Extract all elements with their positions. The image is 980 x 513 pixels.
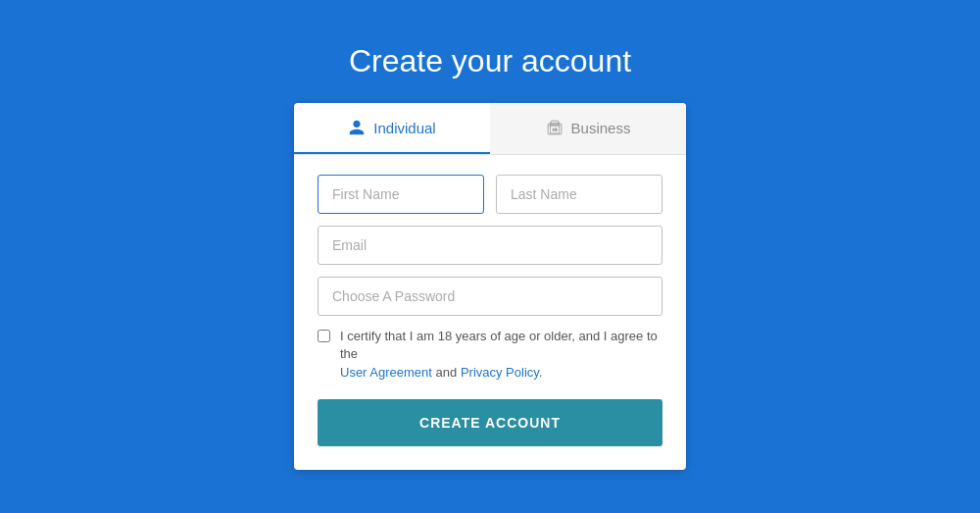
tab-individual[interactable]: Individual: [294, 103, 490, 154]
email-input[interactable]: [318, 226, 662, 265]
terms-checkbox[interactable]: [318, 330, 330, 342]
email-row: [318, 226, 662, 265]
tab-business[interactable]: Business: [490, 103, 686, 154]
create-account-button[interactable]: CREATE ACCOUNT: [318, 399, 662, 446]
tab-business-label: Business: [571, 120, 631, 136]
page-title: Create your account: [349, 43, 631, 79]
last-name-input[interactable]: [496, 175, 662, 214]
person-icon: [348, 119, 366, 136]
name-row: [318, 175, 662, 214]
password-row: [318, 277, 662, 316]
first-name-input[interactable]: [318, 175, 484, 214]
svg-rect-1: [552, 128, 554, 131]
svg-rect-2: [555, 128, 557, 131]
business-icon: [546, 119, 564, 136]
terms-row: I certify that I am 18 years of age or o…: [318, 328, 662, 382]
form-body: I certify that I am 18 years of age or o…: [294, 155, 686, 470]
tab-individual-label: Individual: [373, 120, 435, 136]
password-input[interactable]: [318, 277, 662, 316]
terms-text: I certify that I am 18 years of age or o…: [340, 328, 662, 382]
user-agreement-link[interactable]: User Agreement: [340, 365, 432, 380]
privacy-policy-link[interactable]: Privacy Policy: [461, 365, 539, 380]
registration-card: Individual Business: [294, 103, 686, 470]
account-type-tabs: Individual Business: [294, 103, 686, 155]
